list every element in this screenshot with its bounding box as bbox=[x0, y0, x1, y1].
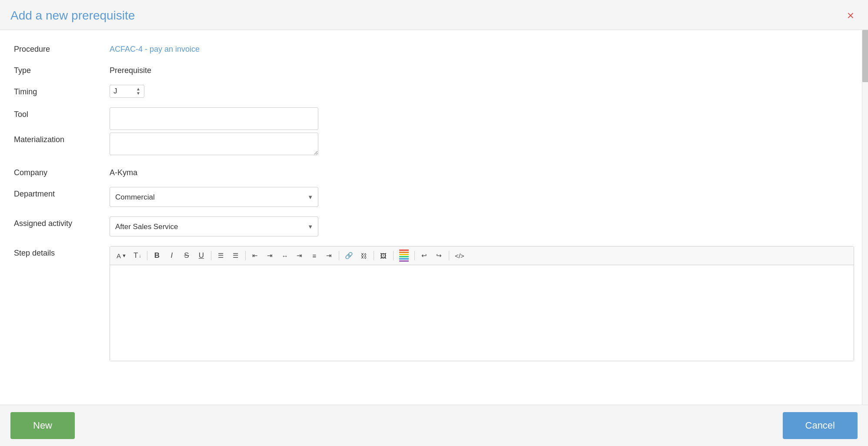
italic-button[interactable]: I bbox=[165, 249, 179, 262]
color-button[interactable] bbox=[396, 249, 412, 262]
type-value: Prerequisite bbox=[110, 63, 854, 75]
color-strip-orange bbox=[399, 252, 409, 253]
undo-icon: ↩ bbox=[421, 252, 427, 260]
align-right-icon: ⇥ bbox=[326, 252, 332, 260]
redo-button[interactable]: ↪ bbox=[432, 249, 446, 262]
dialog-body: Procedure ACFAC-4 - pay an invoice Type … bbox=[0, 30, 868, 405]
toolbar-sep-3 bbox=[245, 251, 246, 260]
step-details-label: Step details bbox=[14, 246, 110, 258]
align-left-icon: ⇤ bbox=[252, 252, 258, 260]
dialog-footer: New Cancel bbox=[0, 405, 868, 446]
font-size-button[interactable]: A ▼ bbox=[114, 249, 130, 262]
color-strip-green bbox=[399, 256, 409, 257]
scrollbar-thumb[interactable] bbox=[862, 30, 868, 82]
procedure-row: Procedure ACFAC-4 - pay an invoice bbox=[14, 42, 854, 54]
undo-button[interactable]: ↩ bbox=[417, 249, 431, 262]
bold-button[interactable]: B bbox=[150, 249, 164, 262]
toolbar-sep-7 bbox=[414, 251, 415, 260]
procedure-label: Procedure bbox=[14, 42, 110, 54]
underline-button[interactable]: U bbox=[194, 249, 208, 262]
procedure-value[interactable]: ACFAC-4 - pay an invoice bbox=[110, 42, 854, 54]
font-size-chevron: ▼ bbox=[122, 253, 127, 258]
heading-button[interactable]: T ↓ bbox=[130, 249, 144, 262]
code-button[interactable]: </> bbox=[452, 249, 467, 262]
align-center-icon: ↔ bbox=[281, 252, 288, 260]
department-select-wrapper: Commercial ▼ bbox=[110, 187, 318, 207]
assigned-activity-select[interactable]: After Sales Service bbox=[110, 216, 318, 236]
rich-text-editor: A ▼ T ↓ B I S bbox=[110, 246, 854, 361]
strike-label: S bbox=[184, 251, 189, 260]
strikethrough-button[interactable]: S bbox=[180, 249, 194, 262]
timing-select[interactable]: J ▲ ▼ bbox=[110, 85, 144, 98]
assigned-activity-select-wrapper: After Sales Service ▼ bbox=[110, 216, 318, 236]
code-icon: </> bbox=[455, 252, 464, 260]
align-right-button[interactable]: ⇥ bbox=[322, 249, 336, 262]
color-strip-purple bbox=[399, 260, 409, 262]
materialization-label: Materialization bbox=[14, 133, 110, 144]
image-button[interactable]: 🖼 bbox=[377, 249, 391, 262]
dialog-header: Add a new prerequisite × bbox=[0, 0, 868, 30]
materialization-row: Materialization bbox=[14, 133, 854, 156]
cancel-button[interactable]: Cancel bbox=[783, 412, 858, 439]
bold-label: B bbox=[154, 251, 160, 260]
type-row: Type Prerequisite bbox=[14, 63, 854, 75]
timing-row: Timing J ▲ ▼ bbox=[14, 85, 854, 98]
outdent-button[interactable]: ⇥ bbox=[263, 249, 277, 262]
outdent-icon: ⇥ bbox=[267, 252, 273, 260]
timing-label: Timing bbox=[14, 85, 110, 97]
tool-input[interactable] bbox=[110, 107, 318, 130]
color-strip-yellow bbox=[399, 254, 409, 255]
indent-icon: ⇥ bbox=[297, 252, 302, 260]
timing-arrows: ▲ ▼ bbox=[136, 87, 140, 96]
unlink-icon: ⛓ bbox=[361, 252, 367, 260]
toolbar-sep-2 bbox=[211, 251, 211, 260]
link-icon: 🔗 bbox=[345, 252, 353, 260]
department-label: Department bbox=[14, 187, 110, 199]
step-details-row: Step details A ▼ T ↓ B bbox=[14, 246, 854, 361]
image-icon: 🖼 bbox=[380, 252, 387, 260]
assigned-activity-row: Assigned activity After Sales Service ▼ bbox=[14, 216, 854, 236]
color-strips-container bbox=[399, 250, 409, 262]
justify-icon: ≡ bbox=[313, 252, 317, 260]
ordered-list-button[interactable]: ☰ bbox=[229, 249, 243, 262]
unlink-button[interactable]: ⛓ bbox=[357, 249, 371, 262]
down-arrow-icon: ▼ bbox=[136, 91, 140, 96]
italic-label: I bbox=[171, 251, 173, 260]
color-strips bbox=[399, 250, 409, 262]
department-row: Department Commercial ▼ bbox=[14, 187, 854, 207]
company-value: A-Kyma bbox=[110, 166, 854, 177]
unordered-list-button[interactable]: ☰ bbox=[214, 249, 228, 262]
company-row: Company A-Kyma bbox=[14, 166, 854, 177]
align-left-button[interactable]: ⇤ bbox=[248, 249, 262, 262]
color-strip-blue bbox=[399, 258, 409, 260]
toolbar-sep-6 bbox=[393, 251, 394, 260]
close-button[interactable]: × bbox=[844, 8, 858, 23]
align-center-button[interactable]: ↔ bbox=[278, 249, 292, 262]
toolbar-sep-1 bbox=[147, 251, 147, 260]
redo-icon: ↪ bbox=[436, 252, 442, 260]
toolbar-sep-5 bbox=[374, 251, 374, 260]
toolbar-sep-8 bbox=[449, 251, 449, 260]
tool-row: Tool bbox=[14, 107, 854, 131]
rte-body[interactable] bbox=[110, 265, 854, 361]
assigned-activity-label: Assigned activity bbox=[14, 216, 110, 228]
heading-chevron: ↓ bbox=[139, 253, 141, 258]
department-select[interactable]: Commercial bbox=[110, 187, 318, 207]
ul-icon: ☰ bbox=[218, 252, 224, 260]
link-button[interactable]: 🔗 bbox=[342, 249, 356, 262]
company-label: Company bbox=[14, 166, 110, 177]
indent-button[interactable]: ⇥ bbox=[293, 249, 307, 262]
color-strip-red bbox=[399, 250, 409, 251]
timing-value: J bbox=[114, 87, 134, 96]
justify-button[interactable]: ≡ bbox=[307, 249, 321, 262]
dialog-title: Add a new prerequisite bbox=[10, 9, 135, 23]
toolbar-sep-4 bbox=[339, 251, 339, 260]
scrollbar[interactable] bbox=[862, 30, 868, 405]
rte-toolbar: A ▼ T ↓ B I S bbox=[110, 246, 854, 265]
dialog: Add a new prerequisite × Procedure ACFAC… bbox=[0, 0, 868, 446]
materialization-input[interactable] bbox=[110, 133, 318, 155]
type-label: Type bbox=[14, 63, 110, 75]
heading-label: T bbox=[134, 251, 138, 260]
new-button[interactable]: New bbox=[10, 412, 75, 439]
ol-icon: ☰ bbox=[233, 252, 238, 260]
